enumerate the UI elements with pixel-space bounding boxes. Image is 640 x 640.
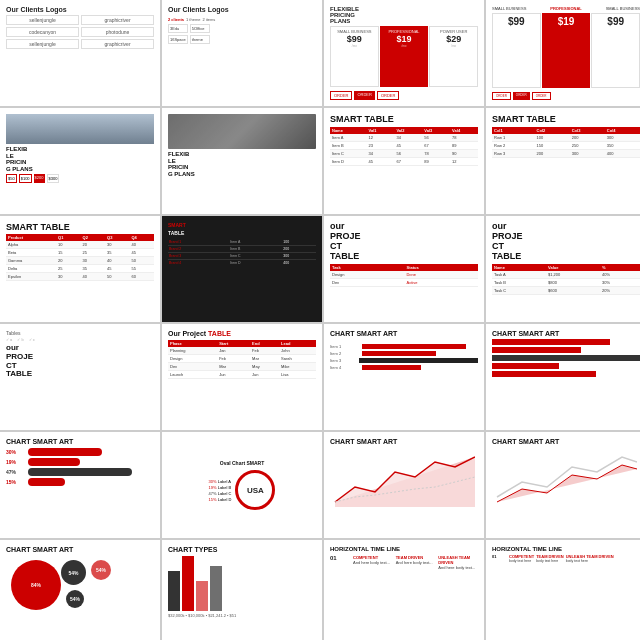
price-tag-1: $50 [6, 174, 17, 183]
pricing-sm-cols: $99 $19 $99 [492, 13, 640, 88]
bubble-chart: 84% 54% 54% 54% [6, 555, 154, 640]
pricing-cols-3: SMALL BUSINESS $99 /mo PROFESSIONAL $19 … [330, 26, 478, 87]
oval-row-1: 30% [6, 448, 154, 456]
bubble-sm2: 54% [91, 560, 111, 580]
slide-17: CHART SMART ART 30% 19% 47% 15% [0, 432, 160, 538]
plan-pro-period: /mo [402, 44, 407, 48]
slide-10-label: SMART [168, 222, 316, 228]
logo-i1: 3Edu [168, 24, 188, 33]
htl-item-team: TEAM DRIVEN And here body text... [396, 555, 436, 570]
slide-9-table: ProductQ1Q2Q3Q4 Alpha10203040 Beta152535… [6, 234, 154, 281]
logo-4: photodune [81, 27, 154, 37]
plan-pro-price: $19 [396, 34, 411, 44]
price-tag-2: $100 [19, 174, 32, 183]
hbar-2 [492, 347, 581, 353]
btn-order-2[interactable]: ORDER [354, 91, 374, 100]
slide-18: Oval Chart SMART 30% Label A 19% Label B… [162, 432, 322, 538]
logo-2: graphicriver [81, 15, 154, 25]
logo-i3: 16Space [168, 35, 188, 44]
htl-label-a1: COMPETENT [509, 554, 534, 559]
logo-grid-2: 2 clients 1 theme 2 items [168, 17, 215, 22]
logo-c3: 2 items [202, 17, 215, 22]
plan-pro: PROFESSIONAL $19 /mo [380, 26, 429, 87]
btn-sm-3[interactable]: ORDER [532, 92, 551, 100]
btn-order-1[interactable]: ORDER [330, 91, 352, 100]
ct-bar-1 [168, 571, 180, 611]
plan-small-price: $99 [347, 34, 362, 44]
chart-bars-15: Item 1 Item 2 Item 3 Item 4 [330, 344, 478, 370]
slide-10-title: TABLE [168, 230, 316, 236]
hbar-5 [492, 371, 596, 377]
hbar-4 [492, 363, 559, 369]
bar-fill-4 [362, 365, 421, 370]
oval-pct-1: 30% [6, 449, 26, 455]
logo-3: codecanyon [6, 27, 79, 37]
bar-fill-3 [359, 358, 478, 363]
btn-sm-1[interactable]: ORDER [492, 92, 511, 100]
slide-8-table: Col1Col2Col3Col4 Row 1100200300 Row 2150… [492, 127, 640, 158]
slide-21: CHART SMART ART 84% 54% 54% 54% [0, 540, 160, 640]
logo-i4: theme [190, 35, 210, 44]
hbar-1 [492, 339, 610, 345]
slide-5-prices: $50 $100 $200 $300 [6, 174, 154, 183]
btn-order-3[interactable]: ORDER [377, 91, 399, 100]
slide-13-nav: ✓ a ✓ b ✓ c [6, 337, 154, 342]
plan-power: POWER USER $29 /mo [429, 26, 478, 87]
logo-1: sellenjungle [6, 15, 79, 25]
logo-5: sellenjungle [6, 39, 79, 49]
slide-14-table: PhaseStartEndLead PlanningJanFebJohn Des… [168, 340, 316, 379]
pricing-sm-label2: PROFESSIONAL [550, 6, 582, 11]
hbar-3 [492, 355, 640, 361]
plan-sm1: $99 [492, 13, 541, 88]
pricing-sm-label1: SMALL BUSINESS [492, 6, 526, 11]
htl-item-a3: UNLEASH TEAM DRIVEN body text here [566, 554, 614, 563]
slide-14-title: Our Project TABLE [168, 330, 316, 337]
pricing-sm-btns: ORDER ORDER ORDER [492, 90, 640, 100]
bar-fill-2 [362, 351, 436, 356]
bar-fill-1 [362, 344, 466, 349]
line-chart-svg [330, 447, 475, 507]
bar-row-2: Item 2 [330, 351, 478, 356]
oval-bar-4 [28, 478, 65, 486]
chart-bars-16 [492, 339, 640, 377]
htl-items-1: COMPETENT And here body text... TEAM DRI… [353, 555, 478, 570]
slide-16: CHART SMART ART [486, 324, 640, 430]
slide-20-title: CHART SMART ART [492, 438, 640, 445]
htl-year-1: 01 [330, 555, 350, 561]
logo-icons: 3Edu 5Office 16Space theme [168, 24, 210, 44]
btn-sm-2[interactable]: ORDER [513, 92, 530, 100]
bar-row-4: Item 4 [330, 365, 478, 370]
oval-pct-2: 19% [6, 459, 26, 465]
slide-3: FLEXIBLEPRICINGPLANS SMALL BUSINESS $99 … [324, 0, 484, 106]
oval-bars: 30% 19% 47% 15% [6, 448, 154, 486]
oval-legend: 30% Label A 19% Label B 47% Label C 15% … [209, 479, 232, 502]
plan-sm3-price: $99 [607, 16, 624, 27]
slide-13-sub: Tables [6, 330, 154, 336]
slide-9: SMART TABLE ProductQ1Q2Q3Q4 Alpha1020304… [0, 216, 160, 322]
htl-row-a: 01 COMPETENT body text here TEAM DRIVEN … [492, 554, 640, 563]
h-timeline-24: 01 COMPETENT body text here TEAM DRIVEN … [492, 554, 640, 565]
slide-18-title: Oval Chart SMART [220, 460, 264, 466]
slide-4: SMALL BUSINESS PROFESSIONAL SMALL BUSINE… [486, 0, 640, 106]
price-tag-3: $200 [34, 174, 45, 183]
slide-7: SMART TABLE NameVal1Val2Val3Val4 Item A1… [324, 108, 484, 214]
slide-11: ourPROJECTTABLE TaskStatus DesignDone De… [324, 216, 484, 322]
htl-year-a: 01 [492, 554, 507, 563]
bubble-sm1: 54% [61, 560, 86, 585]
logo-c1: 2 clients [168, 17, 184, 22]
plan-small-period: /mo [352, 44, 357, 48]
plan-small: SMALL BUSINESS $99 /mo [330, 26, 379, 87]
htl-item-unleash: UNLEASH TEAM DRIVEN And here body text..… [438, 555, 478, 570]
slide-14: Our Project TABLE PhaseStartEndLead Plan… [162, 324, 322, 430]
plan-sm2-price: $19 [558, 16, 575, 27]
bubble-sm3: 54% [66, 590, 84, 608]
htl-item-competent: COMPETENT And here body text... [353, 555, 393, 570]
pricing-sm-label3: SMALL BUSINESS [606, 6, 640, 11]
oval-bar-1 [28, 448, 102, 456]
slide-8: SMART TABLE Col1Col2Col3Col4 Row 1100200… [486, 108, 640, 214]
slide-1-title: Our Clients Logos [6, 6, 67, 13]
slide-1: Our Clients Logos sellenjungle graphicri… [0, 0, 160, 106]
oval-l4: 15% Label D [209, 497, 232, 502]
slide-13: Tables ✓ a ✓ b ✓ c ourPROJECTTABLE [0, 324, 160, 430]
oval-pct-4: 15% [6, 479, 26, 485]
